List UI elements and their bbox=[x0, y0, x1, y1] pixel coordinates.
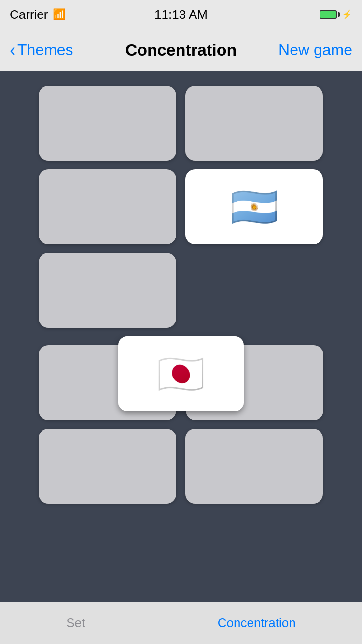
chevron-left-icon: ‹ bbox=[10, 42, 15, 59]
wifi-icon: 📶 bbox=[53, 8, 66, 21]
card-1[interactable] bbox=[39, 86, 176, 161]
time-label: 11:13 AM bbox=[154, 7, 208, 22]
game-area: 🇦🇷 🇯🇵 bbox=[0, 71, 362, 602]
battery-body bbox=[320, 10, 337, 19]
status-left: Carrier 📶 bbox=[10, 7, 66, 22]
card-japan[interactable]: 🇯🇵 bbox=[118, 336, 244, 411]
nav-title: Concentration bbox=[125, 41, 237, 59]
card-10[interactable] bbox=[185, 429, 323, 504]
card-3[interactable] bbox=[39, 169, 176, 244]
status-bar: Carrier 📶 11:13 AM ⚡ bbox=[0, 0, 362, 29]
card-5[interactable] bbox=[39, 253, 176, 328]
status-right: ⚡ bbox=[320, 9, 352, 20]
card-2[interactable] bbox=[185, 86, 323, 161]
card-4-emoji: 🇦🇷 bbox=[230, 188, 278, 226]
carrier-label: Carrier bbox=[10, 7, 48, 22]
nav-bar: ‹ Themes Concentration New game bbox=[0, 29, 362, 71]
card-grid: 🇦🇷 🇯🇵 bbox=[39, 86, 323, 504]
row4-container: 🇯🇵 bbox=[39, 336, 323, 420]
back-button[interactable]: ‹ Themes bbox=[10, 41, 73, 59]
card-9[interactable] bbox=[39, 429, 176, 504]
new-game-button[interactable]: New game bbox=[278, 41, 352, 59]
card-4[interactable]: 🇦🇷 bbox=[185, 169, 323, 244]
battery-icon: ⚡ bbox=[320, 9, 352, 20]
lightning-icon: ⚡ bbox=[342, 9, 352, 20]
tab-concentration[interactable]: Concentration bbox=[198, 611, 315, 635]
empty-slot-row3 bbox=[185, 253, 323, 328]
battery-tip bbox=[338, 12, 340, 17]
back-label: Themes bbox=[17, 41, 73, 59]
tab-set[interactable]: Set bbox=[47, 611, 104, 635]
tab-bar: Set Concentration bbox=[0, 602, 362, 644]
card-japan-emoji: 🇯🇵 bbox=[157, 355, 205, 393]
